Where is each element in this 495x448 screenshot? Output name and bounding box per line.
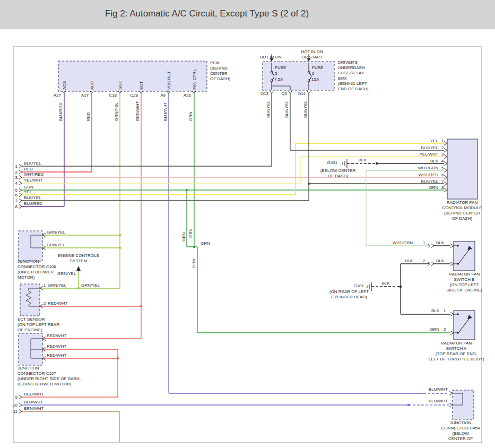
switch-contacts	[76, 245, 472, 334]
ground-caption: (ON REAR OF LEFT CYLINDER HEAD)	[323, 289, 376, 300]
wire-color-label: GRN	[181, 232, 186, 242]
wire-color-label: RED/WHT	[47, 353, 66, 358]
pin-number: 2	[423, 259, 425, 264]
pin-number: 1	[423, 240, 425, 246]
row-number: 9	[11, 395, 18, 400]
pin-number: 4	[441, 159, 444, 164]
switch-a-caption: RADIATOR FAN SWITCH A (TOP REAR OF ENG, …	[411, 341, 495, 362]
wire-color-label: BLK	[436, 259, 444, 264]
wire-color-label: BLK	[354, 158, 370, 163]
row-number: 7	[11, 199, 18, 204]
pcm-pin-label: C18	[106, 93, 117, 98]
wire-color-label: WHT/GRN	[412, 166, 438, 171]
wire-color-label: RED/WHT	[24, 392, 44, 397]
wire-color-label: BLU/WHT	[24, 400, 43, 405]
engine-controls-arrow	[76, 266, 81, 271]
wire-color-label: RED/WHT	[135, 101, 140, 121]
wire-color-label: RED/WHT	[48, 301, 67, 306]
net-grn	[22, 93, 450, 333]
wiring-diagram-page: Fig 2: Automatic A/C Circuit, Except Typ…	[0, 0, 495, 448]
wire-color-label: YEL/WHT	[412, 152, 438, 157]
fuse-rating: 7.5A	[274, 77, 283, 82]
net-yel-wht	[22, 157, 444, 183]
wire-color-label: GRN	[188, 111, 193, 121]
wire-color-label: BLK/YEL	[412, 179, 438, 184]
pcm-signal-label: ACS	[62, 81, 67, 90]
pin-number: 1	[444, 308, 446, 314]
radiator-fan-control-module-box	[447, 139, 477, 199]
wire-color-label: GRN	[417, 327, 439, 332]
wire-color-label: GRN	[412, 185, 438, 191]
wire-color-label: RED/WHT	[47, 333, 66, 339]
fuse-number: 6	[312, 71, 314, 76]
pin-number: 1	[441, 139, 444, 144]
wire-color-label: YEL/WHT	[24, 178, 43, 183]
pcm-pin-label: C28	[127, 93, 138, 98]
wire-color-label: WHT/GRN	[388, 240, 413, 246]
wire-color-label: BLK	[417, 308, 439, 314]
ground-symbols	[343, 159, 371, 291]
c106-caption: JUNCTION CONNECTOR C106 (UNDER BLOWER MO…	[18, 259, 56, 280]
cavity-label: O13	[257, 91, 268, 97]
ground-name: G401	[322, 160, 337, 166]
cavity-label: Q5	[275, 91, 287, 97]
wire-color-label: RED	[24, 167, 33, 172]
pin-number: 1	[44, 283, 46, 288]
row-number: 6	[11, 193, 18, 198]
pin-number: 3	[441, 152, 444, 157]
hot-in-on-label: HOT IN ON	[257, 55, 284, 60]
pin-number: 5	[441, 166, 444, 171]
fuse-number: 3	[275, 71, 277, 76]
fuse-name: FUSE	[275, 65, 286, 71]
wire-color-label: WHT/RED	[412, 173, 438, 178]
ground-caption: (BELOW CENTER OF DASH)	[314, 168, 362, 179]
row-number: 4	[11, 181, 18, 186]
row-number: 11	[11, 409, 18, 415]
row-number: 3	[11, 175, 18, 180]
row-number: 1	[11, 164, 18, 169]
hot-in-on-or-start-label: HOT IN ON OR START	[298, 49, 326, 60]
row-number: 10	[11, 403, 18, 408]
pcm-pin-label: A27	[50, 93, 61, 98]
wire-color-label: BLK/YEL	[24, 195, 41, 201]
connector-chevrons	[19, 91, 454, 413]
wire-color-label: BLK/YEL	[412, 145, 438, 151]
wire-color-label: BLU/WHT	[421, 399, 448, 404]
wire-color-label: BLU/WHT	[421, 387, 448, 392]
cavity-label: O14	[294, 91, 306, 97]
pcm-signal-label: SG2	[118, 81, 123, 90]
wire-color-label: GRN/YEL	[48, 283, 66, 288]
wire-color-label: BLK/YEL	[284, 101, 289, 118]
wire-color-label: GRN/YEL	[57, 271, 76, 277]
pcm-pin-label: A26	[180, 93, 191, 98]
ect-sensor-box	[20, 284, 40, 316]
wire-color-label: BLK/YEL	[24, 161, 41, 166]
pcm-caption: PCM (BEHIND CENTER OF DASH)	[210, 61, 230, 82]
wire-color-label: GRN	[192, 259, 196, 268]
fusebox-caption: DRIVER'S UNDERDASH FUSE/RELAY BOX (BEHIN…	[338, 60, 368, 92]
pin-number: 2	[444, 327, 446, 332]
rfcm-caption: RADIATOR FAN CONTROL MODULE (BEHIND CENT…	[420, 200, 495, 221]
pcm-signal-label: VSS OUT	[167, 71, 171, 90]
net-blk-yel	[22, 93, 444, 201]
wire-color-label: BLK/YEL	[266, 101, 271, 118]
wire-color-label: BLK	[436, 240, 444, 246]
pin-number: 2	[44, 301, 46, 306]
row-number: 2	[11, 170, 18, 175]
wire-color-label: GRN	[188, 228, 193, 238]
pcm-signal-label: ECT	[139, 81, 144, 90]
net-yel	[22, 143, 444, 195]
fuse-name: FUSE	[312, 65, 323, 71]
wire-color-label: GRN/YEL	[47, 230, 65, 235]
wire-color-label: BLK	[378, 281, 394, 286]
net-red	[22, 93, 92, 172]
wire-color-label: BLU/WHT	[163, 102, 168, 121]
wire-color-label: BLU/RED	[24, 201, 42, 206]
row-number: 8	[11, 204, 18, 210]
wire-color-label: GRN	[201, 241, 210, 246]
c454-caption: JUNCTION CONNECTOR C454 (BELOW CENTER OF	[418, 420, 495, 442]
wire-color-label: BLK	[412, 159, 438, 164]
wire-color-label: BRN/WHT	[24, 406, 44, 411]
wire-color-label: BLK	[388, 259, 413, 264]
c107-caption: JUNCTION CONNECTOR C107 (UNDER RIGHT SID…	[18, 366, 81, 387]
